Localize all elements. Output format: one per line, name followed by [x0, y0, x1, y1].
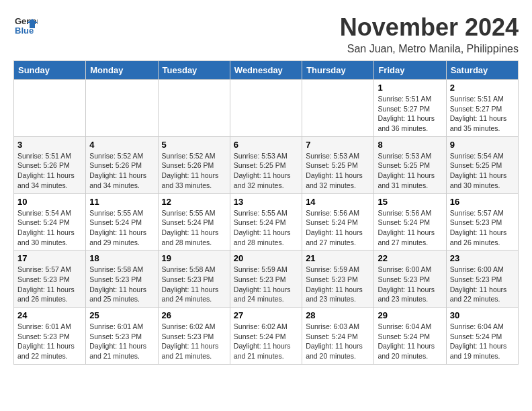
day-detail: Sunrise: 6:01 AM Sunset: 5:23 PM Dayligh…: [17, 322, 82, 361]
day-detail: Sunrise: 5:56 AM Sunset: 5:24 PM Dayligh…: [306, 208, 370, 248]
table-row: 28Sunrise: 6:03 AM Sunset: 5:24 PM Dayli…: [302, 308, 374, 365]
table-row: 17Sunrise: 5:57 AM Sunset: 5:23 PM Dayli…: [14, 250, 86, 308]
col-tuesday: Tuesday: [158, 61, 230, 80]
table-row: 25Sunrise: 6:01 AM Sunset: 5:23 PM Dayli…: [86, 308, 158, 365]
day-number: 4: [89, 140, 154, 150]
location-title: San Juan, Metro Manila, Philippines: [340, 43, 519, 55]
table-row: 3Sunrise: 5:51 AM Sunset: 5:26 PM Daylig…: [14, 136, 86, 193]
table-row: 18Sunrise: 5:58 AM Sunset: 5:23 PM Dayli…: [86, 250, 158, 308]
day-detail: Sunrise: 5:57 AM Sunset: 5:23 PM Dayligh…: [450, 208, 515, 248]
table-row: 29Sunrise: 6:04 AM Sunset: 5:24 PM Dayli…: [374, 308, 446, 365]
calendar-week-row: 3Sunrise: 5:51 AM Sunset: 5:26 PM Daylig…: [14, 136, 519, 193]
day-number: 9: [450, 140, 515, 150]
table-row: [302, 80, 374, 137]
day-detail: Sunrise: 5:54 AM Sunset: 5:24 PM Dayligh…: [17, 208, 82, 248]
day-number: 20: [234, 253, 298, 263]
table-row: 6Sunrise: 5:53 AM Sunset: 5:25 PM Daylig…: [230, 136, 302, 193]
day-number: 18: [89, 253, 154, 263]
calendar-week-row: 17Sunrise: 5:57 AM Sunset: 5:23 PM Dayli…: [14, 250, 519, 308]
day-number: 14: [306, 197, 370, 207]
day-number: 24: [17, 310, 82, 320]
table-row: 22Sunrise: 6:00 AM Sunset: 5:23 PM Dayli…: [374, 250, 446, 308]
day-number: 28: [306, 310, 370, 320]
day-number: 13: [234, 197, 298, 207]
day-detail: Sunrise: 5:51 AM Sunset: 5:26 PM Dayligh…: [17, 151, 82, 191]
day-detail: Sunrise: 5:55 AM Sunset: 5:24 PM Dayligh…: [162, 208, 226, 248]
day-number: 17: [17, 253, 82, 263]
day-detail: Sunrise: 6:00 AM Sunset: 5:23 PM Dayligh…: [450, 265, 515, 304]
day-number: 26: [162, 310, 226, 320]
day-number: 1: [378, 83, 442, 93]
table-row: 24Sunrise: 6:01 AM Sunset: 5:23 PM Dayli…: [14, 308, 86, 365]
table-row: 5Sunrise: 5:52 AM Sunset: 5:26 PM Daylig…: [158, 136, 230, 193]
table-row: 16Sunrise: 5:57 AM Sunset: 5:23 PM Dayli…: [446, 193, 518, 250]
day-number: 22: [378, 253, 442, 263]
col-wednesday: Wednesday: [230, 61, 302, 80]
logo: General Blue: [13, 13, 38, 38]
col-friday: Friday: [374, 61, 446, 80]
page: General Blue November 2024 San Juan, Met…: [0, 0, 532, 371]
day-detail: Sunrise: 5:58 AM Sunset: 5:23 PM Dayligh…: [162, 265, 226, 304]
title-block: November 2024 San Juan, Metro Manila, Ph…: [340, 13, 519, 55]
table-row: 19Sunrise: 5:58 AM Sunset: 5:23 PM Dayli…: [158, 250, 230, 308]
day-number: 7: [306, 140, 370, 150]
calendar-table: Sunday Monday Tuesday Wednesday Thursday…: [13, 60, 519, 365]
day-number: 27: [234, 310, 298, 320]
day-number: 25: [89, 310, 154, 320]
table-row: 20Sunrise: 5:59 AM Sunset: 5:23 PM Dayli…: [230, 250, 302, 308]
day-number: 8: [378, 140, 442, 150]
table-row: 4Sunrise: 5:52 AM Sunset: 5:26 PM Daylig…: [86, 136, 158, 193]
day-detail: Sunrise: 5:59 AM Sunset: 5:23 PM Dayligh…: [234, 265, 298, 304]
day-detail: Sunrise: 5:51 AM Sunset: 5:27 PM Dayligh…: [378, 94, 442, 134]
day-number: 11: [89, 197, 154, 207]
day-detail: Sunrise: 5:52 AM Sunset: 5:26 PM Dayligh…: [89, 151, 154, 191]
day-detail: Sunrise: 5:53 AM Sunset: 5:25 PM Dayligh…: [234, 151, 298, 191]
table-row: [230, 80, 302, 137]
table-row: 8Sunrise: 5:53 AM Sunset: 5:25 PM Daylig…: [374, 136, 446, 193]
col-monday: Monday: [86, 61, 158, 80]
table-row: 11Sunrise: 5:55 AM Sunset: 5:24 PM Dayli…: [86, 193, 158, 250]
day-number: 2: [450, 83, 515, 93]
day-number: 15: [378, 197, 442, 207]
month-title: November 2024: [340, 13, 519, 42]
calendar-week-row: 1Sunrise: 5:51 AM Sunset: 5:27 PM Daylig…: [14, 80, 519, 137]
col-saturday: Saturday: [446, 61, 518, 80]
header-row-days: Sunday Monday Tuesday Wednesday Thursday…: [14, 61, 519, 80]
table-row: 9Sunrise: 5:54 AM Sunset: 5:25 PM Daylig…: [446, 136, 518, 193]
day-detail: Sunrise: 6:00 AM Sunset: 5:23 PM Dayligh…: [378, 265, 442, 304]
table-row: 13Sunrise: 5:55 AM Sunset: 5:24 PM Dayli…: [230, 193, 302, 250]
table-row: 14Sunrise: 5:56 AM Sunset: 5:24 PM Dayli…: [302, 193, 374, 250]
table-row: 1Sunrise: 5:51 AM Sunset: 5:27 PM Daylig…: [374, 80, 446, 137]
calendar-week-row: 10Sunrise: 5:54 AM Sunset: 5:24 PM Dayli…: [14, 193, 519, 250]
table-row: 27Sunrise: 6:02 AM Sunset: 5:24 PM Dayli…: [230, 308, 302, 365]
day-detail: Sunrise: 6:02 AM Sunset: 5:24 PM Dayligh…: [234, 322, 298, 361]
logo-icon: General Blue: [13, 13, 38, 38]
col-sunday: Sunday: [14, 61, 86, 80]
table-row: 2Sunrise: 5:51 AM Sunset: 5:27 PM Daylig…: [446, 80, 518, 137]
table-row: 26Sunrise: 6:02 AM Sunset: 5:23 PM Dayli…: [158, 308, 230, 365]
day-detail: Sunrise: 5:55 AM Sunset: 5:24 PM Dayligh…: [234, 208, 298, 248]
table-row: [158, 80, 230, 137]
day-number: 19: [162, 253, 226, 263]
day-detail: Sunrise: 6:04 AM Sunset: 5:24 PM Dayligh…: [450, 322, 515, 361]
table-row: 23Sunrise: 6:00 AM Sunset: 5:23 PM Dayli…: [446, 250, 518, 308]
table-row: 7Sunrise: 5:53 AM Sunset: 5:25 PM Daylig…: [302, 136, 374, 193]
day-detail: Sunrise: 5:58 AM Sunset: 5:23 PM Dayligh…: [89, 265, 154, 304]
day-detail: Sunrise: 5:53 AM Sunset: 5:25 PM Dayligh…: [306, 151, 370, 191]
day-detail: Sunrise: 5:52 AM Sunset: 5:26 PM Dayligh…: [162, 151, 226, 191]
day-detail: Sunrise: 5:53 AM Sunset: 5:25 PM Dayligh…: [378, 151, 442, 191]
day-number: 21: [306, 253, 370, 263]
day-number: 29: [378, 310, 442, 320]
day-detail: Sunrise: 5:59 AM Sunset: 5:23 PM Dayligh…: [306, 265, 370, 304]
day-number: 10: [17, 197, 82, 207]
table-row: 21Sunrise: 5:59 AM Sunset: 5:23 PM Dayli…: [302, 250, 374, 308]
day-detail: Sunrise: 5:56 AM Sunset: 5:24 PM Dayligh…: [378, 208, 442, 248]
day-detail: Sunrise: 5:55 AM Sunset: 5:24 PM Dayligh…: [89, 208, 154, 248]
day-number: 5: [162, 140, 226, 150]
day-detail: Sunrise: 6:03 AM Sunset: 5:24 PM Dayligh…: [306, 322, 370, 361]
day-number: 16: [450, 197, 515, 207]
day-number: 30: [450, 310, 515, 320]
day-number: 3: [17, 140, 82, 150]
day-detail: Sunrise: 6:02 AM Sunset: 5:23 PM Dayligh…: [162, 322, 226, 361]
table-row: [14, 80, 86, 137]
